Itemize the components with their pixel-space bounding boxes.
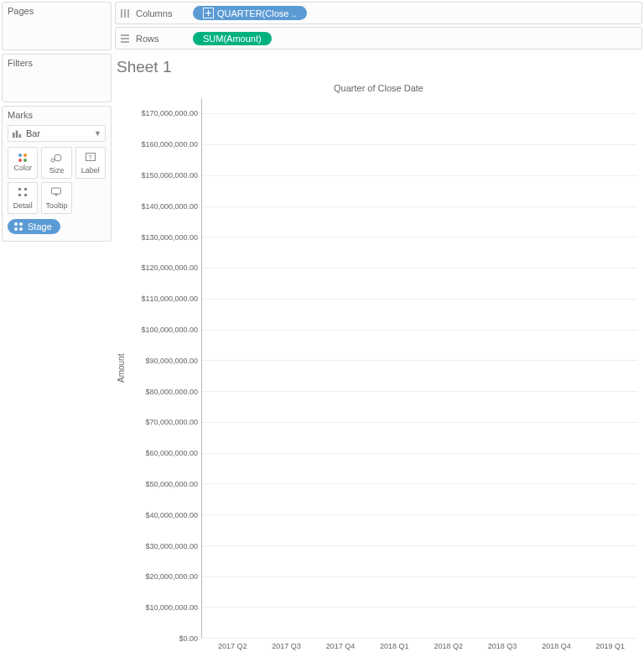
y-axis-ticks: $170,000,000.00$160,000,000.00$150,000,0… <box>127 98 201 639</box>
chart-header-title: Quarter of Close Date <box>115 83 642 93</box>
svg-point-4 <box>55 154 61 161</box>
size-icon <box>50 151 62 164</box>
svg-rect-1 <box>16 131 18 138</box>
x-tick-label: 2017 Q4 <box>314 642 367 650</box>
mark-type-select[interactable]: Bar ▼ <box>8 125 106 142</box>
rows-shelf-label: Rows <box>136 34 193 44</box>
svg-point-3 <box>51 159 55 162</box>
mark-type-value: Bar <box>26 128 40 138</box>
bar-chart-icon <box>12 128 22 138</box>
pages-shelf[interactable]: Pages <box>2 2 112 50</box>
columns-shelf[interactable]: Columns QUARTER(Close .. <box>115 2 642 24</box>
columns-pill-label: QUARTER(Close .. <box>217 8 297 18</box>
y-axis-title: Amount <box>115 98 127 639</box>
x-tick-label: 2018 Q2 <box>422 642 475 650</box>
svg-rect-12 <box>121 9 122 18</box>
x-tick-label: 2018 Q3 <box>475 642 529 650</box>
label-icon: T <box>85 151 96 164</box>
marks-size-button[interactable]: Size <box>41 147 71 179</box>
sheet-title[interactable]: Sheet 1 <box>117 58 641 76</box>
marks-card: Marks Bar ▼ Color <box>2 106 112 242</box>
columns-shelf-label: Columns <box>136 8 193 18</box>
svg-rect-13 <box>124 9 126 18</box>
svg-rect-11 <box>52 188 61 194</box>
svg-rect-18 <box>121 41 129 43</box>
marks-color-pill-stage[interactable]: Stage <box>8 219 60 234</box>
x-tick-label: 2019 Q1 <box>584 642 637 650</box>
svg-text:T: T <box>89 154 93 160</box>
svg-rect-0 <box>13 133 15 138</box>
rows-shelf[interactable]: Rows SUM(Amount) <box>115 27 642 50</box>
chevron-down-icon: ▼ <box>94 129 101 138</box>
main-area: Columns QUARTER(Close .. Rows SUM(Amount… <box>113 0 644 652</box>
columns-icon <box>119 8 131 19</box>
plot-area[interactable] <box>201 98 637 639</box>
marks-label: Marks <box>8 110 106 120</box>
marks-tooltip-button[interactable]: Tooltip <box>41 182 71 214</box>
marks-color-button[interactable]: Color <box>8 147 38 179</box>
marks-detail-button[interactable]: Detail <box>8 182 38 214</box>
marks-label-button[interactable]: T Label <box>75 147 106 179</box>
marks-color-label: Color <box>13 164 32 172</box>
side-panels: Pages Filters Marks Bar ▼ <box>0 0 113 652</box>
svg-rect-16 <box>121 34 129 36</box>
color-dots-icon <box>18 154 27 162</box>
color-dots-icon <box>13 221 24 232</box>
rows-pill-sum-amount[interactable]: SUM(Amount) <box>193 32 272 45</box>
x-tick-label: 2018 Q1 <box>367 642 421 650</box>
marks-size-label: Size <box>49 166 65 175</box>
x-tick-label: 2018 Q4 <box>529 642 583 650</box>
filters-shelf[interactable]: Filters <box>2 54 112 102</box>
rows-icon <box>119 33 131 44</box>
svg-rect-9 <box>18 194 21 196</box>
marks-label-label: Label <box>81 166 100 175</box>
marks-detail-label: Detail <box>13 201 33 210</box>
svg-rect-2 <box>19 134 22 138</box>
x-tick-label: 2017 Q2 <box>205 642 259 650</box>
svg-rect-7 <box>18 188 21 190</box>
columns-pill-quarter-close-date[interactable]: QUARTER(Close .. <box>193 6 307 20</box>
x-tick-label: 2017 Q3 <box>259 642 313 650</box>
chart: Amount $170,000,000.00$160,000,000.00$15… <box>115 98 637 639</box>
svg-rect-17 <box>121 38 129 39</box>
svg-rect-10 <box>24 194 27 196</box>
detail-icon <box>17 186 29 200</box>
svg-rect-8 <box>24 188 27 190</box>
filters-label: Filters <box>8 58 106 68</box>
rows-pill-label: SUM(Amount) <box>203 34 262 44</box>
svg-rect-14 <box>127 9 129 18</box>
pages-label: Pages <box>8 6 106 16</box>
marks-tooltip-label: Tooltip <box>45 201 67 210</box>
plus-box-icon <box>203 8 214 18</box>
tooltip-icon <box>50 186 62 200</box>
marks-color-pill-label: Stage <box>28 222 52 232</box>
